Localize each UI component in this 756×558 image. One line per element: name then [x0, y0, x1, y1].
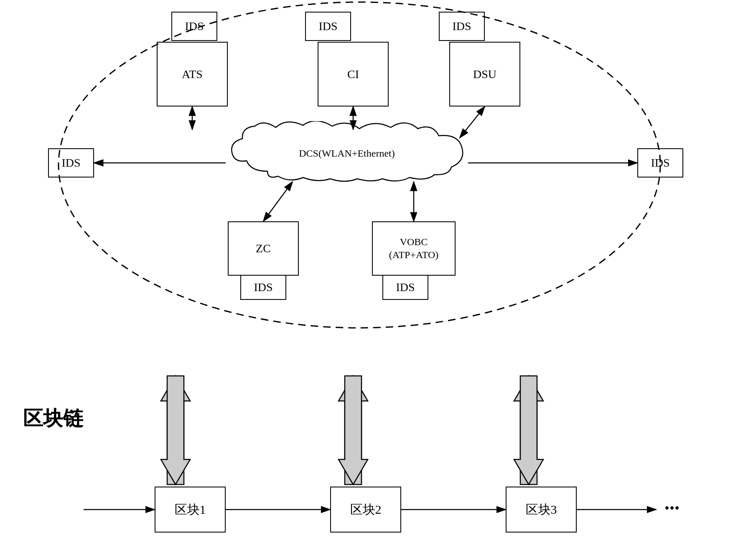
block3: 区块3	[506, 487, 577, 533]
dsu-box: DSU	[449, 42, 520, 107]
dcs-cloud: DCS(WLAN+Ethernet)	[226, 121, 468, 184]
dsu-label: DSU	[473, 68, 496, 81]
ids-top-center-label: IDS	[318, 20, 337, 33]
ids-zc-label: IDS	[254, 281, 272, 294]
svg-marker-12	[161, 376, 190, 484]
ids-top-right: IDS	[439, 12, 485, 41]
svg-marker-17	[514, 376, 543, 484]
ids-top-center: IDS	[305, 12, 351, 41]
blockchain-label: 区块链	[23, 405, 83, 432]
diagram-container: IDS IDS IDS ATS CI DSU IDS IDS DCS(WLAN+…	[0, 0, 756, 558]
blockchain-label-text: 区块链	[23, 407, 83, 429]
svg-marker-14	[339, 376, 368, 484]
ids-vobc: IDS	[382, 275, 428, 300]
zc-box: ZC	[228, 221, 299, 276]
ids-top-right-label: IDS	[452, 20, 471, 33]
ci-label: CI	[347, 68, 359, 81]
ids-mid-left: IDS	[48, 148, 94, 178]
vobc-label: VOBC(ATP+ATO)	[389, 236, 438, 261]
svg-marker-15	[339, 376, 368, 484]
ids-vobc-label: IDS	[396, 281, 415, 294]
svg-marker-13	[161, 376, 190, 484]
svg-marker-16	[514, 376, 543, 484]
block2: 区块2	[330, 487, 401, 533]
block2-label: 区块2	[350, 501, 382, 518]
ids-zc: IDS	[240, 275, 286, 300]
block1-label: 区块1	[175, 501, 206, 518]
ids-top-left: IDS	[171, 12, 217, 41]
ids-mid-right-label: IDS	[651, 156, 669, 170]
ats-label: ATS	[182, 68, 203, 81]
svg-line-8	[263, 182, 293, 221]
ids-top-left-label: IDS	[185, 20, 204, 33]
ids-mid-right: IDS	[637, 148, 683, 178]
svg-text:···: ···	[664, 497, 680, 519]
ats-box: ATS	[157, 42, 228, 107]
ci-box: CI	[318, 42, 389, 107]
zc-label: ZC	[256, 242, 271, 255]
ids-mid-left-label: IDS	[61, 156, 80, 170]
vobc-box: VOBC(ATP+ATO)	[372, 221, 456, 276]
block3-label: 区块3	[526, 501, 557, 518]
svg-text:DCS(WLAN+Ethernet): DCS(WLAN+Ethernet)	[299, 148, 395, 159]
block1: 区块1	[155, 487, 226, 533]
